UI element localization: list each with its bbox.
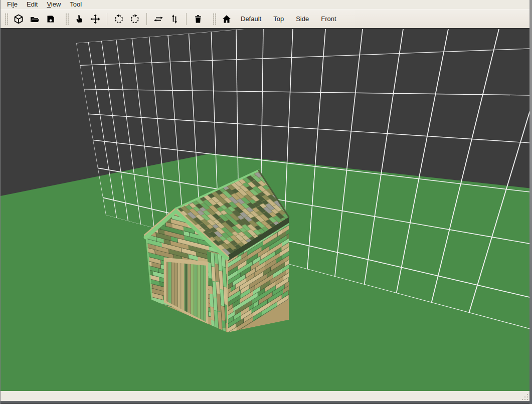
home-icon [222,14,232,24]
toolbar-separator [186,13,187,25]
house-model[interactable] [138,163,296,336]
rotate-cw-icon [130,14,140,24]
cube-icon [14,14,24,24]
open-folder-icon [30,14,40,24]
vertical-arrows-icon [169,14,180,24]
rotate-right-button[interactable] [127,12,142,27]
select-tool-button[interactable] [72,12,87,27]
toolbar-separator [107,13,107,25]
toolbar-grip[interactable] [4,13,8,26]
view-default-button[interactable]: Default [235,12,267,26]
delete-button[interactable] [191,12,206,27]
menu-edit[interactable]: Edit [22,0,42,9]
menu-view[interactable]: View [42,0,65,9]
hand-pointer-icon [74,14,84,24]
home-view-button[interactable] [219,12,234,27]
save-button[interactable] [43,12,58,27]
view-front-button[interactable]: Front [315,12,341,26]
resize-grip-icon[interactable] [521,393,528,399]
toolbar-grip[interactable] [212,13,216,26]
toolbar: Default Top Side Front [1,10,532,28]
flip-horizontal-button[interactable] [151,12,166,27]
window-frame-right [529,0,532,404]
viewport-3d[interactable] [1,28,532,391]
view-side-button[interactable]: Side [290,12,314,26]
horizontal-arrows-icon [153,14,163,24]
move-arrows-icon [90,14,100,24]
toolbar-separator [146,13,147,25]
rotate-ccw-icon [114,14,124,24]
view-top-button[interactable]: Top [268,12,289,26]
floppy-disk-icon [46,14,56,24]
window-frame-bottom [1,401,532,403]
move-tool-button[interactable] [88,12,103,27]
toolbar-grip[interactable] [65,13,69,26]
menu-tool[interactable]: Tool [65,0,86,9]
menubar: File Edit View Tool [1,0,532,10]
flip-vertical-button[interactable] [167,12,182,27]
menu-file[interactable]: File [3,0,22,9]
statusbar [1,391,532,401]
rotate-left-button[interactable] [111,12,126,27]
open-button[interactable] [27,12,42,27]
app-window: File Edit View Tool [0,0,532,404]
trash-icon [193,14,203,24]
new-model-button[interactable] [11,12,26,27]
